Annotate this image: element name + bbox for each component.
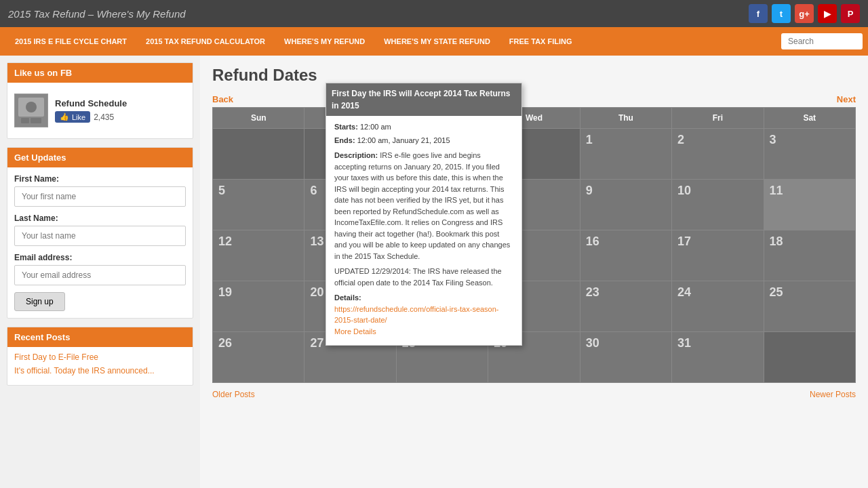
googleplus-icon[interactable]: g+ (795, 4, 814, 23)
table-row: 26 27 28 29 30 31 (213, 332, 856, 383)
nav-item-cycle-chart[interactable]: 2015 IRS E FILE CYCLE CHART (5, 27, 136, 56)
table-row: 1 2 3 (213, 129, 856, 180)
facebook-widget: Refund Schedule 👍 Like 2,435 (14, 89, 186, 131)
cal-header-fri: Fri (672, 108, 764, 129)
cal-cell-23[interactable]: 23 (580, 281, 671, 332)
cal-cell-18[interactable]: 18 (764, 230, 855, 281)
cal-cell-19[interactable]: 19 (213, 281, 304, 332)
cal-cell-5[interactable]: 5 (213, 180, 304, 230)
tooltip-updated: UPDATED 12/29/2014: The IRS have release… (334, 266, 513, 288)
recent-post-link-2[interactable]: It's official. Today the IRS announced..… (14, 366, 155, 375)
svg-point-2 (26, 102, 37, 113)
tooltip-more-details-link[interactable]: More Details (334, 327, 376, 336)
email-label: Email address: (14, 253, 186, 262)
tooltip-description: Description: IRS e-file goes live and be… (334, 150, 513, 262)
twitter-icon[interactable]: t (772, 4, 791, 23)
updates-section-header: Get Updates (7, 148, 193, 167)
social-icons-container: f t g+ ▶ P (749, 4, 860, 23)
tooltip-details-link[interactable]: https://refundschedule.com/official-irs-… (334, 305, 499, 325)
tooltip-ends-label: Ends: (334, 136, 355, 144)
fb-like-count: 2,435 (94, 113, 114, 122)
youtube-icon[interactable]: ▶ (818, 4, 837, 23)
cal-cell-17[interactable]: 17 (672, 230, 764, 281)
page-title: Refund Dates (212, 66, 856, 85)
recent-post-link-1[interactable]: First Day to E-File Free (14, 352, 98, 362)
header: 2015 Tax Refund – Where's My Refund f t … (0, 0, 868, 27)
cal-cell-1[interactable]: 1 (580, 129, 671, 180)
list-item: It's official. Today the IRS announced..… (14, 366, 186, 375)
tooltip-more-container: More Details (334, 326, 513, 338)
table-row: 12 13 14 15 16 17 18 (213, 230, 856, 281)
table-row: 5 6 7 8 9 10 11 (213, 180, 856, 230)
tooltip-desc-label: Description: (334, 151, 378, 159)
event-tooltip: First Day the IRS will Accept 2014 Tax R… (326, 83, 522, 346)
tooltip-ends-value: 12:00 am, January 21, 2015 (357, 136, 450, 144)
cal-cell-empty (764, 332, 855, 383)
nav-item-state-refund[interactable]: WHERE'S MY STATE REFUND (374, 27, 500, 56)
cal-cell-26[interactable]: 26 (213, 332, 304, 383)
email-input[interactable] (14, 265, 186, 285)
cal-cell (213, 129, 304, 180)
updates-section: Get Updates First Name: Last Name: Email… (7, 147, 193, 319)
cal-cell-31[interactable]: 31 (672, 332, 764, 383)
cal-header-sun: Sun (213, 108, 304, 129)
fb-like-button[interactable]: 👍 Like (55, 111, 90, 123)
svg-rect-3 (21, 118, 29, 123)
fb-info: Refund Schedule 👍 Like 2,435 (55, 98, 127, 123)
cal-cell-2[interactable]: 2 (672, 129, 764, 180)
post-navigation: Older Posts Newer Posts (212, 390, 856, 399)
facebook-section: Like us on FB Refund Schedule (7, 62, 193, 139)
cal-cell-30[interactable]: 30 (580, 332, 671, 383)
calendar-back-button[interactable]: Back (212, 94, 233, 104)
main-layout: Like us on FB Refund Schedule (0, 56, 868, 488)
cal-header-sat: Sat (764, 108, 855, 129)
cal-cell-9[interactable]: 9 (580, 180, 671, 230)
search-input[interactable] (781, 33, 863, 49)
main-content: Refund Dates Back Next Sun Mon Tue Wed T… (200, 56, 868, 488)
list-item: First Day to E-File Free (14, 352, 186, 362)
svg-rect-4 (31, 118, 41, 123)
navigation: 2015 IRS E FILE CYCLE CHART 2015 TAX REF… (0, 27, 868, 56)
newer-posts-link[interactable]: Newer Posts (810, 390, 856, 399)
recent-posts-list: First Day to E-File Free It's official. … (7, 347, 193, 385)
cal-cell-16[interactable]: 16 (580, 230, 671, 281)
tooltip-details-url-container: https://refundschedule.com/official-irs-… (334, 304, 513, 326)
nav-item-calculator[interactable]: 2015 TAX REFUND CALCULATOR (136, 27, 275, 56)
calendar-table: Sun Mon Tue Wed Thu Fri Sat 1 2 (212, 107, 856, 383)
fb-page-name: Refund Schedule (55, 98, 127, 108)
recent-posts-section: Recent Posts First Day to E-File Free It… (7, 327, 193, 386)
calendar-nav: Back Next (212, 94, 856, 104)
older-posts-link[interactable]: Older Posts (212, 390, 255, 399)
facebook-section-header: Like us on FB (7, 63, 193, 83)
cal-cell-24[interactable]: 24 (672, 281, 764, 332)
cal-cell-10[interactable]: 10 (672, 180, 764, 230)
first-name-input[interactable] (14, 186, 186, 207)
tooltip-starts: Starts: 12:00 am (334, 121, 513, 133)
tooltip-details-label: Details: (334, 292, 513, 304)
first-name-label: First Name: (14, 174, 186, 184)
cal-cell-3[interactable]: 3 (764, 129, 855, 180)
last-name-label: Last Name: (14, 214, 186, 223)
last-name-input[interactable] (14, 226, 186, 246)
nav-item-wheres-my-refund[interactable]: WHERE'S MY REFUND (275, 27, 374, 56)
tooltip-title: First Day the IRS will Accept 2014 Tax R… (326, 83, 521, 116)
cal-header-thu: Thu (580, 108, 671, 129)
calendar-next-button[interactable]: Next (837, 94, 856, 104)
recent-posts-header: Recent Posts (7, 327, 193, 347)
nav-item-free-tax[interactable]: FREE TAX FILING (500, 27, 582, 56)
facebook-icon[interactable]: f (749, 4, 768, 23)
tooltip-ends: Ends: 12:00 am, January 21, 2015 (334, 135, 513, 146)
signup-button[interactable]: Sign up (14, 292, 65, 311)
table-row: 19 20 21 22 23 24 25 (213, 281, 856, 332)
cal-cell-11[interactable]: 11 (764, 180, 855, 230)
site-title: 2015 Tax Refund – Where's My Refund (8, 8, 186, 20)
tooltip-starts-label: Starts: (334, 123, 358, 131)
updates-form: First Name: Last Name: Email address: Si… (7, 167, 193, 318)
tooltip-desc-text: IRS e-file goes live and begins acceptin… (334, 151, 510, 260)
fb-thumb-icon: 👍 (60, 113, 69, 121)
fb-thumbnail (14, 94, 48, 127)
pinterest-icon[interactable]: P (841, 4, 860, 23)
cal-cell-25[interactable]: 25 (764, 281, 855, 332)
cal-cell-12[interactable]: 12 (213, 230, 304, 281)
facebook-section-body: Refund Schedule 👍 Like 2,435 (7, 83, 193, 138)
